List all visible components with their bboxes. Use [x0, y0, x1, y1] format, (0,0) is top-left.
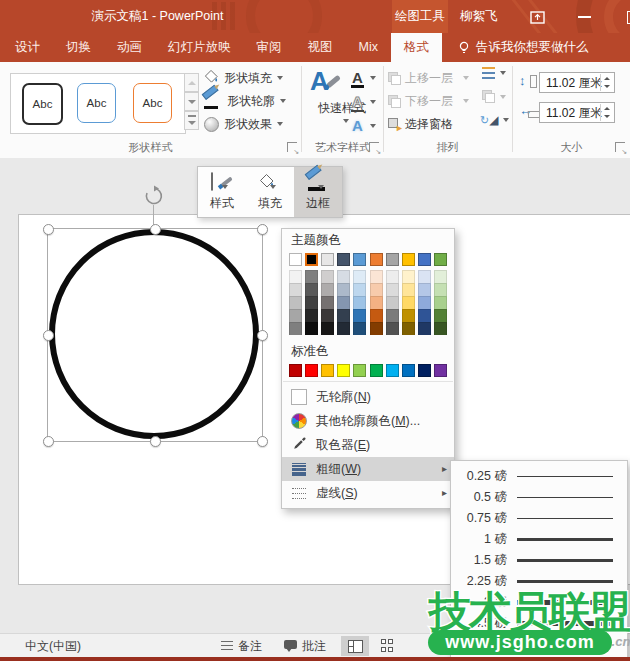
shape-effects-button[interactable]: 形状效果	[204, 113, 283, 135]
standard-color-swatch[interactable]	[434, 364, 447, 377]
selection-handle[interactable]	[257, 224, 268, 235]
menu-item-N[interactable]: 无轮廓(N)	[282, 385, 454, 409]
rotate-objects-button[interactable]: ↻◢	[482, 113, 509, 127]
variant-color-swatch[interactable]	[289, 270, 302, 283]
variant-color-swatch[interactable]	[321, 283, 334, 296]
theme-color-swatch[interactable]	[337, 253, 350, 266]
menu-item-M[interactable]: 其他轮廓颜色(M)...	[282, 409, 454, 433]
menu-item-S[interactable]: 虚线(S)▸	[282, 481, 454, 505]
theme-color-swatch[interactable]	[370, 253, 383, 266]
selection-handle[interactable]	[257, 330, 268, 341]
variant-color-swatch[interactable]	[337, 322, 350, 335]
text-fill-button[interactable]: A	[350, 67, 380, 89]
height-spinner[interactable]	[600, 74, 613, 91]
weight-option-1.5磅[interactable]: 1.5 磅	[451, 550, 627, 571]
account-name[interactable]: 柳絮飞	[460, 0, 498, 33]
variant-color-swatch[interactable]	[353, 270, 366, 283]
standard-color-swatch[interactable]	[353, 364, 366, 377]
theme-color-swatch[interactable]	[418, 253, 431, 266]
ribbon-tab-视图[interactable]: 视图	[295, 33, 346, 62]
variant-color-swatch[interactable]	[402, 322, 415, 335]
variant-color-swatch[interactable]	[370, 322, 383, 335]
size-dialog-launcher[interactable]: ↘	[615, 142, 625, 152]
weight-option-1磅[interactable]: 1 磅	[451, 529, 627, 550]
variant-color-swatch[interactable]	[370, 309, 383, 322]
notes-button[interactable]: 备注	[238, 634, 262, 658]
selection-handle[interactable]	[150, 436, 161, 447]
menu-item-E[interactable]: 取色器(E)	[282, 433, 454, 457]
variant-color-swatch[interactable]	[386, 309, 399, 322]
shape-style-tile[interactable]: Abc	[133, 83, 172, 123]
wordart-dialog-launcher[interactable]: ↘	[369, 142, 379, 152]
variant-color-swatch[interactable]	[305, 309, 318, 322]
variant-color-swatch[interactable]	[353, 296, 366, 309]
variant-color-swatch[interactable]	[337, 296, 350, 309]
comments-button[interactable]: 批注	[302, 634, 326, 658]
standard-color-swatch[interactable]	[305, 364, 318, 377]
variant-color-swatch[interactable]	[321, 322, 334, 335]
variant-color-swatch[interactable]	[402, 309, 415, 322]
variant-color-swatch[interactable]	[353, 322, 366, 335]
variant-color-swatch[interactable]	[418, 270, 431, 283]
standard-color-swatch[interactable]	[289, 364, 302, 377]
slide-sorter-view-button[interactable]	[381, 639, 394, 652]
variant-color-swatch[interactable]	[418, 309, 431, 322]
selection-handle[interactable]	[150, 224, 161, 235]
theme-color-swatch[interactable]	[402, 253, 415, 266]
variant-color-swatch[interactable]	[289, 309, 302, 322]
ribbon-tab-Mix[interactable]: Mix	[346, 33, 391, 62]
variant-color-swatch[interactable]	[289, 283, 302, 296]
weight-option-0.25磅[interactable]: 0.25 磅	[451, 466, 627, 487]
variant-color-swatch[interactable]	[386, 283, 399, 296]
fill-split-button[interactable]: 填充	[246, 167, 294, 217]
rotation-handle[interactable]	[143, 185, 165, 207]
shape-outline-button[interactable]: 形状轮廓	[204, 90, 286, 112]
variant-color-swatch[interactable]	[434, 283, 447, 296]
menu-item-W[interactable]: 粗细(W)▸	[282, 457, 454, 481]
variant-color-swatch[interactable]	[386, 270, 399, 283]
variant-color-swatch[interactable]	[353, 309, 366, 322]
border-split-button[interactable]: 边框	[294, 167, 342, 217]
selection-handle[interactable]	[43, 224, 54, 235]
send-backward-button[interactable]: 下移一层	[388, 90, 469, 112]
theme-color-swatch[interactable]	[434, 253, 447, 266]
standard-color-swatch[interactable]	[321, 364, 334, 377]
standard-color-swatch[interactable]	[402, 364, 415, 377]
gallery-scroll-up-button[interactable]	[184, 73, 199, 92]
ribbon-tab-审阅[interactable]: 审阅	[244, 33, 295, 62]
variant-color-swatch[interactable]	[434, 270, 447, 283]
gallery-more-button[interactable]	[184, 111, 199, 130]
variant-color-swatch[interactable]	[370, 296, 383, 309]
ribbon-tab-格式[interactable]: 格式	[391, 33, 442, 62]
variant-color-swatch[interactable]	[402, 283, 415, 296]
standard-color-swatch[interactable]	[386, 364, 399, 377]
gallery-scroll-down-button[interactable]	[184, 92, 199, 111]
selection-handle[interactable]	[43, 436, 54, 447]
variant-color-swatch[interactable]	[305, 270, 318, 283]
weight-option-0.5磅[interactable]: 0.5 磅	[451, 487, 627, 508]
width-spinner[interactable]	[600, 104, 613, 121]
ribbon-tab-设计[interactable]: 设计	[2, 33, 53, 62]
style-split-button[interactable]: 样式	[198, 167, 246, 217]
text-effects-button[interactable]: A	[350, 115, 380, 137]
variant-color-swatch[interactable]	[321, 309, 334, 322]
variant-color-swatch[interactable]	[353, 283, 366, 296]
variant-color-swatch[interactable]	[289, 322, 302, 335]
variant-color-swatch[interactable]	[337, 283, 350, 296]
variant-color-swatch[interactable]	[418, 296, 431, 309]
language-indicator[interactable]: 中文(中国)	[25, 634, 81, 658]
circle-shape[interactable]	[49, 229, 259, 439]
ribbon-tab-动画[interactable]: 动画	[104, 33, 155, 62]
shape-style-tile[interactable]: Abc	[22, 83, 63, 125]
variant-color-swatch[interactable]	[289, 296, 302, 309]
bring-forward-button[interactable]: 上移一层	[388, 67, 469, 89]
variant-color-swatch[interactable]	[370, 270, 383, 283]
variant-color-swatch[interactable]	[321, 296, 334, 309]
variant-color-swatch[interactable]	[370, 283, 383, 296]
standard-color-swatch[interactable]	[418, 364, 431, 377]
shape-styles-dialog-launcher[interactable]: ↘	[287, 142, 297, 152]
normal-view-button[interactable]	[341, 636, 369, 656]
selection-handle[interactable]	[257, 436, 268, 447]
shape-height-field[interactable]: 11.02 厘米	[539, 72, 615, 93]
selection-pane-button[interactable]: ► 选择窗格	[388, 113, 453, 135]
